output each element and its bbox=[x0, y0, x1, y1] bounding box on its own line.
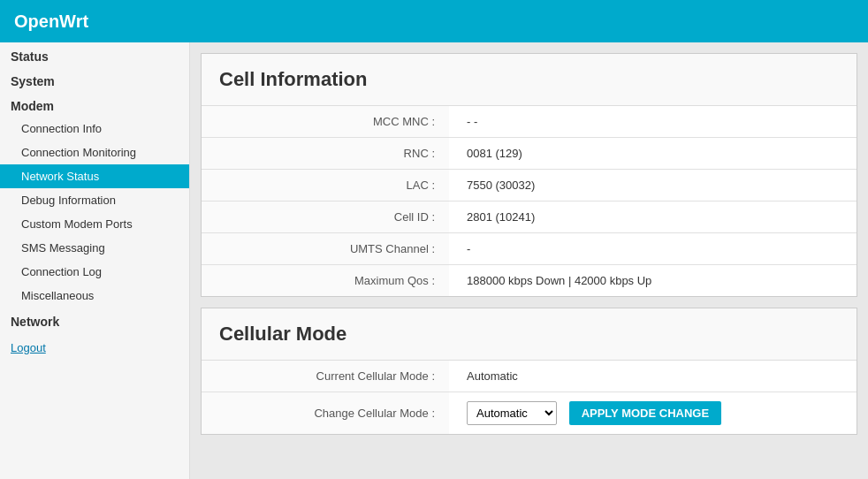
logout-link[interactable]: Logout bbox=[11, 341, 46, 354]
table-row: LAC :7550 (30032) bbox=[202, 170, 857, 201]
row-label: RNC : bbox=[202, 138, 449, 170]
cellular-mode-title: Cellular Mode bbox=[202, 308, 857, 361]
main-content: Cell Information MCC MNC :- -RNC :0081 (… bbox=[190, 42, 868, 479]
sidebar-item-network[interactable]: Network bbox=[0, 308, 189, 332]
change-mode-cell: AutomaticUMTS OnlyLTE OnlyGSM Only APPLY… bbox=[449, 392, 857, 435]
change-mode-row: Change Cellular Mode : AutomaticUMTS Onl… bbox=[202, 392, 857, 435]
body-container: Status System Modem Connection Info Conn… bbox=[0, 42, 868, 479]
row-value: 7550 (30032) bbox=[449, 170, 857, 201]
content-wrapper: Cell Information MCC MNC :- -RNC :0081 (… bbox=[190, 42, 868, 445]
table-row: RNC :0081 (129) bbox=[202, 138, 857, 170]
sidebar-item-modem[interactable]: Modem bbox=[0, 92, 189, 117]
row-value: - - bbox=[449, 106, 857, 138]
sidebar-item-connection-log[interactable]: Connection Log bbox=[0, 260, 189, 284]
row-label: Maximum Qos : bbox=[202, 265, 449, 297]
row-label: UMTS Channel : bbox=[202, 233, 449, 265]
sidebar-item-connection-info[interactable]: Connection Info bbox=[0, 117, 189, 141]
cell-information-title: Cell Information bbox=[202, 54, 857, 106]
sidebar-item-system[interactable]: System bbox=[0, 67, 189, 92]
row-value: 188000 kbps Down | 42000 kbps Up bbox=[449, 265, 857, 297]
row-value: - bbox=[449, 233, 857, 265]
cellular-mode-section: Cellular Mode Current Cellular Mode : Au… bbox=[201, 308, 857, 435]
table-row: Cell ID :2801 (10241) bbox=[202, 201, 857, 233]
sidebar-item-status[interactable]: Status bbox=[0, 42, 189, 67]
sidebar-item-miscellaneous[interactable]: Miscellaneous bbox=[0, 284, 189, 308]
app-title: OpenWrt bbox=[14, 11, 88, 32]
row-label: LAC : bbox=[202, 170, 449, 201]
cell-info-table: MCC MNC :- -RNC :0081 (129)LAC :7550 (30… bbox=[202, 106, 857, 296]
row-label: Cell ID : bbox=[202, 201, 449, 233]
apply-mode-button[interactable]: APPLY MODE CHANGE bbox=[569, 401, 721, 425]
row-value: 2801 (10241) bbox=[449, 201, 857, 233]
cellular-mode-table: Current Cellular Mode : Automatic Change… bbox=[202, 361, 857, 434]
table-row: Maximum Qos :188000 kbps Down | 42000 kb… bbox=[202, 265, 857, 297]
app-header: OpenWrt bbox=[0, 0, 868, 42]
table-row: UMTS Channel :- bbox=[202, 233, 857, 265]
cell-information-section: Cell Information MCC MNC :- -RNC :0081 (… bbox=[201, 53, 857, 297]
sidebar-item-network-status[interactable]: Network Status bbox=[0, 164, 189, 188]
current-mode-label: Current Cellular Mode : bbox=[202, 361, 449, 392]
row-value: 0081 (129) bbox=[449, 138, 857, 170]
change-mode-label: Change Cellular Mode : bbox=[202, 392, 449, 435]
sidebar-item-connection-monitoring[interactable]: Connection Monitoring bbox=[0, 141, 189, 164]
sidebar-item-custom-modem-ports[interactable]: Custom Modem Ports bbox=[0, 212, 189, 236]
current-mode-row: Current Cellular Mode : Automatic bbox=[202, 361, 857, 392]
sidebar-item-debug-information[interactable]: Debug Information bbox=[0, 188, 189, 212]
sidebar: Status System Modem Connection Info Conn… bbox=[0, 42, 190, 479]
row-label: MCC MNC : bbox=[202, 106, 449, 138]
sidebar-item-sms-messaging[interactable]: SMS Messaging bbox=[0, 236, 189, 260]
change-mode-select[interactable]: AutomaticUMTS OnlyLTE OnlyGSM Only bbox=[467, 401, 557, 425]
table-row: MCC MNC :- - bbox=[202, 106, 857, 138]
current-mode-value: Automatic bbox=[449, 361, 857, 392]
